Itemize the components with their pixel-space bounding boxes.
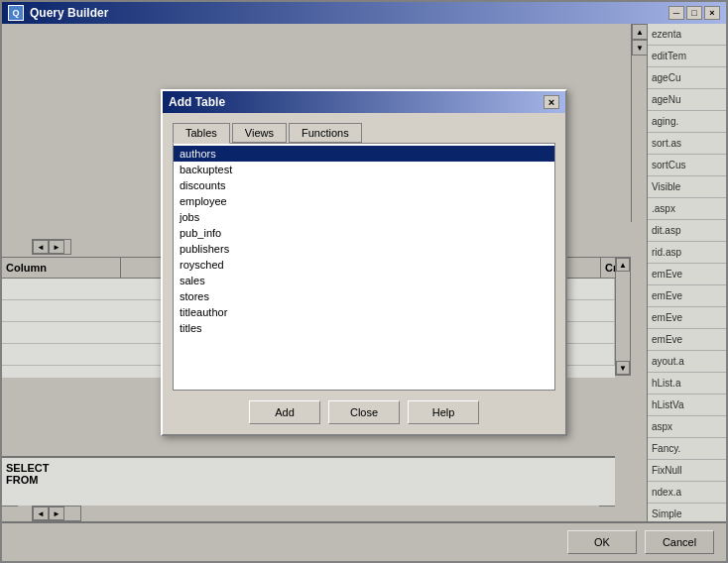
maximize-button[interactable]: □ bbox=[686, 6, 702, 20]
minimize-button[interactable]: ─ bbox=[668, 6, 684, 20]
dialog-title-text: Add Table bbox=[169, 95, 225, 109]
list-item[interactable]: stores bbox=[174, 288, 554, 304]
list-item[interactable]: titles bbox=[174, 320, 554, 336]
list-item[interactable]: employee bbox=[174, 193, 554, 209]
dialog-close-button[interactable]: × bbox=[544, 95, 559, 109]
help-button[interactable]: Help bbox=[408, 400, 479, 424]
bg-content: ezenta editTem ageCu ageNu aging. sort.a… bbox=[2, 24, 726, 561]
modal-overlay: Add Table × Tables Views Functions autho… bbox=[2, 24, 726, 561]
list-item[interactable]: jobs bbox=[174, 209, 554, 225]
window-title: Query Builder bbox=[30, 6, 108, 20]
list-item[interactable]: pub_info bbox=[174, 225, 554, 241]
list-item[interactable]: sales bbox=[174, 273, 554, 288]
tables-list: authors backuptest discounts employee jo… bbox=[174, 144, 554, 338]
close-button[interactable]: × bbox=[704, 6, 720, 20]
title-bar-buttons: ─ □ × bbox=[668, 6, 720, 20]
list-item[interactable]: backuptest bbox=[174, 162, 554, 177]
tables-tab-content[interactable]: authors backuptest discounts employee jo… bbox=[173, 143, 555, 391]
dialog-body: Tables Views Functions authors backuptes… bbox=[163, 113, 565, 434]
list-item[interactable]: authors bbox=[174, 146, 554, 162]
dialog-buttons: Add Close Help bbox=[173, 400, 555, 424]
tab-tables[interactable]: Tables bbox=[173, 123, 230, 144]
app-icon: Q bbox=[8, 5, 24, 21]
add-button[interactable]: Add bbox=[249, 400, 320, 424]
list-item[interactable]: roysched bbox=[174, 257, 554, 273]
tab-functions[interactable]: Functions bbox=[289, 123, 362, 143]
close-dialog-button[interactable]: Close bbox=[328, 400, 400, 424]
list-item[interactable]: publishers bbox=[174, 241, 554, 257]
title-bar: Q Query Builder ─ □ × bbox=[2, 2, 726, 24]
list-item[interactable]: titleauthor bbox=[174, 304, 554, 320]
add-table-dialog: Add Table × Tables Views Functions autho… bbox=[161, 89, 567, 436]
main-window: Q Query Builder ─ □ × ezenta editTem age… bbox=[0, 0, 728, 563]
dialog-tabs: Tables Views Functions bbox=[173, 123, 555, 143]
list-item[interactable]: discounts bbox=[174, 177, 554, 193]
tab-views[interactable]: Views bbox=[232, 123, 287, 143]
dialog-title-bar: Add Table × bbox=[163, 91, 565, 113]
